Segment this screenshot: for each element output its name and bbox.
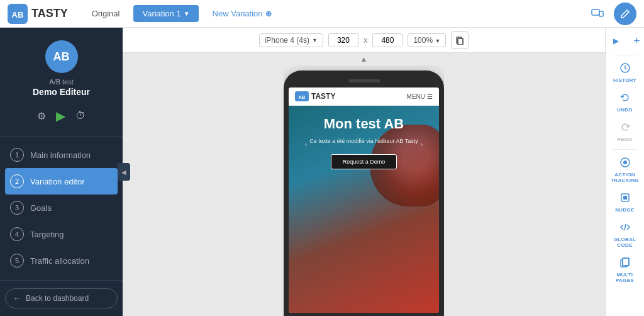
tab-new-variation[interactable]: New Variation ⊕ <box>204 5 280 22</box>
hero-right-arrow: › <box>421 141 423 148</box>
nav-items: 1 Main information 2 Variation editor 3 … <box>0 137 123 280</box>
main-content: ◀ AB A/B test Demo Editeur ⚙ ▶ ⏱ 1 Main … <box>0 28 644 316</box>
global-code-icon <box>619 222 631 235</box>
sidebar-collapse-btn[interactable]: ◀ <box>118 163 130 181</box>
divider-1 <box>613 55 638 55</box>
hero-nav-arrows: ‹ Ce texte a été modifié via l'éditeur A… <box>295 137 433 152</box>
global-code-tool[interactable]: GLOBAL CODE <box>608 218 642 252</box>
sidebar: ◀ AB A/B test Demo Editeur ⚙ ▶ ⏱ 1 Main … <box>0 28 123 316</box>
device-toolbar: iPhone 4 (4s) ▼ x 100% ▼ <box>123 28 605 53</box>
history-icon[interactable]: ⏱ <box>75 110 86 121</box>
history-tool[interactable]: HISTORY <box>608 59 642 87</box>
experiment-type: A/B test <box>49 78 74 86</box>
back-to-dashboard-btn[interactable]: ← Back to dashboard <box>5 288 118 308</box>
right-sidebar: ▶ + HISTORY UNDO REDO ACTION <box>605 28 644 316</box>
svg-rect-5 <box>458 38 463 45</box>
sidebar-bottom: ← Back to dashboard <box>0 280 123 316</box>
nav-num-2: 2 <box>10 174 24 188</box>
svg-rect-16 <box>623 258 629 266</box>
hero-content: Mon test AB ‹ Ce texte a été modifié via… <box>295 116 433 169</box>
svg-text:AB: AB <box>299 94 306 100</box>
divider-2 <box>613 149 638 150</box>
svg-line-14 <box>625 224 626 230</box>
nav-item-targeting[interactable]: 4 Targeting <box>0 221 123 247</box>
nav-item-main-information[interactable]: 1 Main information <box>0 142 123 168</box>
devices-icon-btn[interactable] <box>586 3 609 25</box>
redo-label: REDO <box>617 137 632 142</box>
redo-tool-icon <box>619 121 631 135</box>
settings-icon[interactable]: ⚙ <box>37 110 46 122</box>
nav-num-1: 1 <box>10 148 24 162</box>
screen-menu: MENU ☰ <box>407 93 433 100</box>
logo-icon: AB <box>8 4 28 24</box>
nav-item-goals[interactable]: 3 Goals <box>0 195 123 221</box>
screen-logo-icon: AB <box>295 91 309 101</box>
chevron-down-icon: ▼ <box>312 37 318 43</box>
svg-point-11 <box>623 161 627 164</box>
tab-variation1[interactable]: Variation 1 ▼ <box>133 5 198 22</box>
action-tracking-label: ACTION TRACKING <box>611 172 639 183</box>
svg-rect-13 <box>623 196 627 200</box>
phone-screen: AB TASTY MENU ☰ <box>289 87 439 313</box>
action-tracking-icon <box>619 157 631 171</box>
svg-rect-2 <box>592 9 599 15</box>
copy-icon <box>455 36 464 45</box>
undo-tool-icon <box>619 92 631 106</box>
right-panel-expand-btn[interactable]: ▶ <box>605 33 628 49</box>
play-icon[interactable]: ▶ <box>56 108 65 123</box>
copy-icon-btn[interactable] <box>451 31 469 49</box>
topbar-right <box>586 3 636 25</box>
redo-tool[interactable]: REDO <box>608 118 642 146</box>
hero-title: Mon test AB <box>295 116 433 132</box>
nudge-icon <box>619 192 631 206</box>
screen-logo: AB TASTY <box>295 91 335 101</box>
tab-original[interactable]: Original <box>83 5 129 22</box>
phone-frame: AB TASTY MENU ☰ <box>284 71 444 316</box>
hero-left-arrow: ‹ <box>305 141 307 148</box>
device-select[interactable]: iPhone 4 (4s) ▼ <box>259 33 323 47</box>
multi-pages-icon <box>619 257 631 271</box>
playback-controls: ⚙ ▶ ⏱ <box>37 103 86 128</box>
devices-icon <box>591 7 604 21</box>
experiment-name: Demo Editeur <box>33 87 90 97</box>
screen-header: AB TASTY MENU ☰ <box>289 87 439 106</box>
collapse-preview-btn[interactable]: ▲ <box>123 53 605 65</box>
zoom-select[interactable]: 100% ▼ <box>408 33 446 47</box>
nav-num-3: 3 <box>10 201 24 215</box>
device-preview-area: AB TASTY MENU ☰ <box>284 65 444 316</box>
nudge-label: NUDGE <box>615 207 634 213</box>
topbar: AB TASTY Original Variation 1 ▼ New Vari… <box>0 0 644 28</box>
edit-icon <box>620 9 630 19</box>
action-tracking-tool[interactable]: ACTION TRACKING <box>608 153 642 187</box>
height-input[interactable] <box>372 33 402 47</box>
nav-num-4: 4 <box>10 227 24 241</box>
hero-cta-button[interactable]: Request a Demo <box>331 154 397 169</box>
undo-label: UNDO <box>617 107 633 113</box>
edit-icon-btn[interactable] <box>614 3 636 25</box>
nav-item-variation-editor[interactable]: 2 Variation editor <box>5 168 118 195</box>
add-element-btn[interactable]: + <box>629 33 645 49</box>
dimension-separator: x <box>364 35 368 45</box>
back-arrow-icon: ← <box>13 294 21 303</box>
nav-num-5: 5 <box>10 254 24 268</box>
svg-text:AB: AB <box>12 10 24 20</box>
nudge-tool[interactable]: NUDGE <box>608 188 642 217</box>
hero-subtitle: Ce texte a été modifié via l'éditeur AB … <box>309 137 418 145</box>
nav-item-traffic-allocation[interactable]: 5 Traffic allocation <box>0 247 123 274</box>
logo-text: TASTY <box>31 7 68 20</box>
sidebar-top: AB A/B test Demo Editeur ⚙ ▶ ⏱ <box>0 28 123 137</box>
phone-speaker <box>348 79 380 82</box>
width-input[interactable] <box>328 33 358 47</box>
hamburger-icon: ☰ <box>427 93 433 100</box>
logo: AB TASTY <box>8 4 68 24</box>
history-tool-icon <box>619 62 631 76</box>
multi-pages-tool[interactable]: MULTI PAGES <box>608 253 642 287</box>
zoom-chevron-icon: ▼ <box>435 38 440 44</box>
svg-rect-3 <box>599 11 603 16</box>
global-code-label: GLOBAL CODE <box>614 237 636 248</box>
undo-tool[interactable]: UNDO <box>608 88 642 116</box>
multi-pages-label: MULTI PAGES <box>616 272 634 283</box>
center-preview: iPhone 4 (4s) ▼ x 100% ▼ ▲ <box>123 28 605 316</box>
screen-hero: Mon test AB ‹ Ce texte a été modifié via… <box>289 106 439 313</box>
avatar: AB <box>45 40 78 73</box>
